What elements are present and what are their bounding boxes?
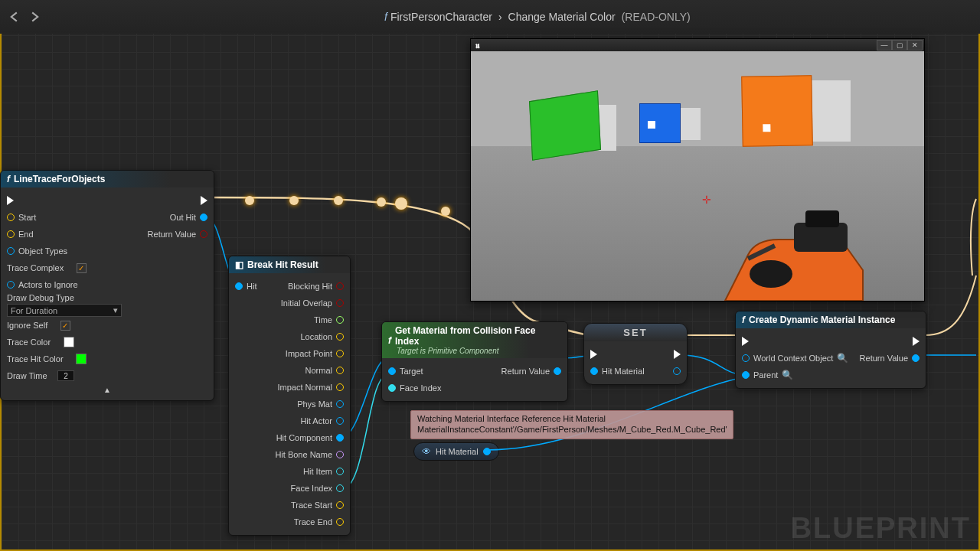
pin-out[interactable] bbox=[483, 448, 491, 455]
node-linetrace[interactable]: f LineTraceForObjects StartOut Hit EndRe… bbox=[0, 170, 214, 401]
exec-out-pin[interactable] bbox=[674, 350, 681, 359]
exec-signal bbox=[334, 196, 343, 205]
exec-in-pin[interactable] bbox=[742, 337, 749, 346]
breadcrumb-blueprint[interactable]: FirstPersonCharacter bbox=[390, 11, 492, 23]
pin-out[interactable] bbox=[336, 383, 344, 391]
draw-time-input[interactable] bbox=[57, 370, 74, 381]
node-getmaterial[interactable]: f Get Material from Collision Face Index… bbox=[381, 321, 568, 402]
game-viewport[interactable]: ✛ bbox=[471, 51, 924, 301]
node-header: f LineTraceForObjects bbox=[1, 171, 214, 187]
pin-out[interactable] bbox=[336, 417, 344, 425]
maximize-button[interactable]: ▢ bbox=[892, 40, 907, 51]
minimize-button[interactable]: — bbox=[877, 40, 892, 51]
pin-out[interactable] bbox=[673, 367, 681, 375]
readonly-label: (READ-ONLY) bbox=[622, 11, 691, 23]
node-createdynamic[interactable]: f Create Dynamic Material Instance World… bbox=[735, 311, 926, 389]
pin-hit[interactable] bbox=[235, 282, 243, 290]
pin-out[interactable] bbox=[336, 468, 344, 475]
pin-out[interactable] bbox=[336, 282, 344, 290]
exec-in-pin[interactable] bbox=[7, 196, 14, 205]
node-title: LineTraceForObjects bbox=[14, 174, 105, 184]
function-icon: f bbox=[7, 174, 10, 184]
blueprint-watermark: BLUEPRINT bbox=[791, 512, 971, 545]
player-weapon bbox=[702, 201, 878, 301]
node-title: SET bbox=[584, 324, 687, 341]
unreal-logo-icon: 𝖚 bbox=[472, 41, 480, 51]
function-icon: f bbox=[388, 335, 391, 346]
green-cube bbox=[529, 90, 601, 161]
pin-hitcomponent[interactable] bbox=[336, 434, 344, 442]
watch-tooltip: Watching Material Interface Reference Hi… bbox=[410, 410, 733, 439]
pin-out[interactable] bbox=[336, 333, 344, 341]
game-preview-window[interactable]: 𝖚 — ▢ ✕ ✛ bbox=[470, 38, 925, 302]
pin-out[interactable] bbox=[336, 367, 344, 374]
breadcrumb: fFirstPersonCharacter › Change Material … bbox=[384, 11, 691, 23]
pin-faceindex[interactable] bbox=[336, 484, 344, 492]
pin-out[interactable] bbox=[336, 451, 344, 458]
node-header: ◧ Break Hit Result bbox=[229, 256, 350, 273]
close-button[interactable]: ✕ bbox=[907, 40, 923, 51]
trace-complex-checkbox[interactable] bbox=[77, 263, 87, 273]
ignore-self-checkbox[interactable] bbox=[60, 321, 70, 331]
node-title: Get Material from Collision Face Index bbox=[395, 325, 561, 347]
breadcrumb-bar: fFirstPersonCharacter › Change Material … bbox=[0, 0, 980, 34]
pin-actors-ignore[interactable] bbox=[7, 281, 15, 289]
exec-signal bbox=[377, 197, 386, 207]
node-set[interactable]: SET Hit Material bbox=[583, 323, 688, 385]
titlebar[interactable]: 𝖚 — ▢ ✕ bbox=[471, 39, 924, 51]
wall-block bbox=[681, 108, 701, 140]
trace-color-swatch[interactable] bbox=[64, 337, 74, 347]
pin-hitmat[interactable] bbox=[590, 367, 598, 375]
svg-rect-1 bbox=[805, 210, 839, 227]
pin-end[interactable] bbox=[7, 230, 15, 238]
pin-parent[interactable] bbox=[742, 371, 750, 379]
svg-point-2 bbox=[750, 260, 792, 288]
pin-outhit[interactable] bbox=[200, 214, 207, 221]
node-title: Break Hit Result bbox=[247, 259, 318, 270]
pin-return[interactable] bbox=[554, 367, 561, 375]
eye-icon: 👁 bbox=[422, 446, 431, 457]
function-icon: f bbox=[742, 315, 745, 325]
orange-cube bbox=[741, 75, 813, 147]
exec-signal bbox=[289, 196, 299, 205]
pin-target[interactable] bbox=[388, 367, 396, 375]
blue-cube bbox=[639, 103, 681, 143]
collapse-arrow-icon[interactable]: ▲ bbox=[1, 384, 214, 396]
search-icon[interactable]: 🔍 bbox=[837, 353, 848, 364]
breadcrumb-function[interactable]: Change Material Color bbox=[508, 11, 616, 23]
pin-out[interactable] bbox=[336, 501, 344, 509]
node-header: f Get Material from Collision Face Index… bbox=[382, 322, 567, 358]
pin-out[interactable] bbox=[336, 518, 344, 526]
node-var-hitmaterial[interactable]: 👁 Hit Material bbox=[413, 442, 499, 461]
exec-in-pin[interactable] bbox=[590, 350, 597, 359]
pin-out[interactable] bbox=[336, 350, 344, 357]
chevron-down-icon: ▾ bbox=[113, 305, 118, 315]
node-title: Create Dynamic Material Instance bbox=[749, 315, 895, 325]
pin-return[interactable] bbox=[912, 354, 920, 362]
search-icon[interactable]: 🔍 bbox=[782, 370, 793, 380]
pin-faceindex[interactable] bbox=[388, 384, 396, 392]
node-breakhit[interactable]: ◧ Break Hit Result HitBlocking Hit Initi… bbox=[228, 256, 351, 536]
exec-out-pin[interactable] bbox=[913, 337, 920, 346]
exec-signal bbox=[245, 196, 254, 205]
exec-signal bbox=[441, 207, 450, 216]
pin-return[interactable] bbox=[200, 230, 207, 238]
nav-back-button[interactable] bbox=[8, 10, 21, 24]
pin-start[interactable] bbox=[7, 214, 15, 221]
pin-out[interactable] bbox=[336, 316, 344, 324]
pin-out[interactable] bbox=[336, 299, 344, 307]
pin-objtypes[interactable] bbox=[7, 247, 15, 255]
chevron-right-icon: › bbox=[498, 11, 502, 23]
draw-debug-dropdown[interactable]: For Duration▾ bbox=[7, 304, 122, 317]
struct-icon: ◧ bbox=[235, 259, 243, 270]
pin-worldctx[interactable] bbox=[742, 354, 750, 362]
node-subtitle: Target is Primitive Component bbox=[397, 347, 561, 355]
pin-out[interactable] bbox=[336, 400, 344, 408]
node-header: f Create Dynamic Material Instance bbox=[736, 311, 926, 328]
trace-hit-color-swatch[interactable] bbox=[76, 354, 87, 364]
exec-out-pin[interactable] bbox=[201, 196, 207, 205]
nav-forward-button[interactable] bbox=[28, 10, 41, 24]
function-icon: f bbox=[384, 11, 387, 23]
exec-signal bbox=[395, 197, 407, 210]
